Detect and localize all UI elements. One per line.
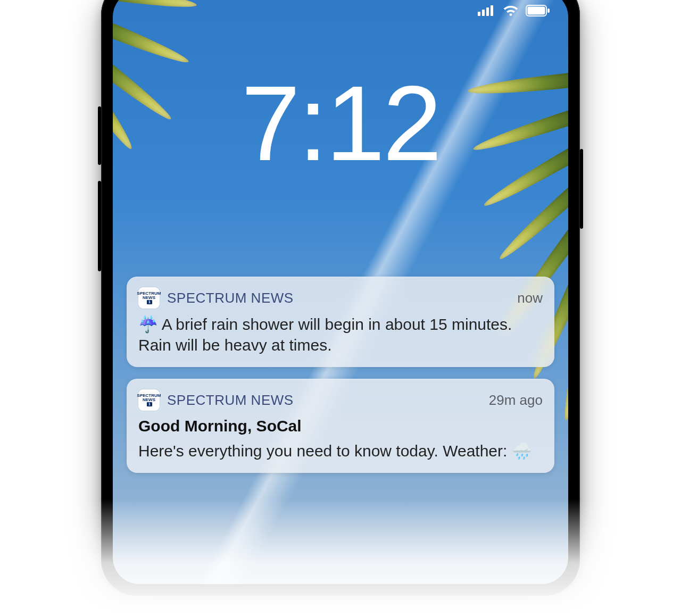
app-icon: SPECTRUM NEWS1	[138, 389, 160, 411]
lock-screen[interactable]: 7:12 SPECTRUM NEWS1 SPECTRUM NEWS	[113, 0, 568, 584]
notification-title: Good Morning, SoCal	[138, 417, 543, 435]
notification-card[interactable]: SPECTRUM NEWS1 SPECTRUM NEWS 29m ago Goo…	[127, 379, 554, 473]
app-icon: SPECTRUM NEWS1	[138, 287, 160, 309]
notification-body: ☔ A brief rain shower will begin in abou…	[138, 314, 543, 355]
notification-app-name: SPECTRUM NEWS	[167, 392, 294, 409]
svg-rect-1	[482, 10, 485, 16]
app-icon-badge: 1	[147, 402, 152, 406]
svg-rect-3	[491, 5, 493, 16]
app-icon-badge: 1	[147, 300, 152, 304]
app-icon-text-line2: NEWS	[137, 296, 161, 300]
phone-frame: 7:12 SPECTRUM NEWS1 SPECTRUM NEWS	[101, 0, 580, 596]
notification-time: now	[517, 290, 543, 306]
notification-list: SPECTRUM NEWS1 SPECTRUM NEWS now ☔ A bri…	[127, 277, 554, 473]
wifi-icon	[502, 5, 519, 16]
phone-side-button	[580, 149, 583, 229]
svg-rect-2	[486, 7, 489, 16]
svg-rect-5	[528, 7, 545, 15]
notification-header: SPECTRUM NEWS1 SPECTRUM NEWS 29m ago	[138, 389, 543, 411]
notification-header: SPECTRUM NEWS1 SPECTRUM NEWS now	[138, 287, 543, 309]
notification-body: Here's everything you need to know today…	[138, 440, 543, 461]
app-icon-text-line2: NEWS	[137, 398, 161, 402]
stage: 7:12 SPECTRUM NEWS1 SPECTRUM NEWS	[0, 0, 681, 616]
notification-app-name: SPECTRUM NEWS	[167, 290, 294, 306]
status-bar	[113, 0, 568, 21]
notification-card[interactable]: SPECTRUM NEWS1 SPECTRUM NEWS now ☔ A bri…	[127, 277, 554, 367]
lock-screen-clock: 7:12	[113, 70, 568, 177]
notification-time: 29m ago	[489, 392, 543, 409]
svg-rect-0	[478, 12, 480, 16]
cellular-signal-icon	[478, 5, 496, 16]
svg-rect-6	[547, 9, 550, 13]
battery-icon	[526, 5, 550, 16]
